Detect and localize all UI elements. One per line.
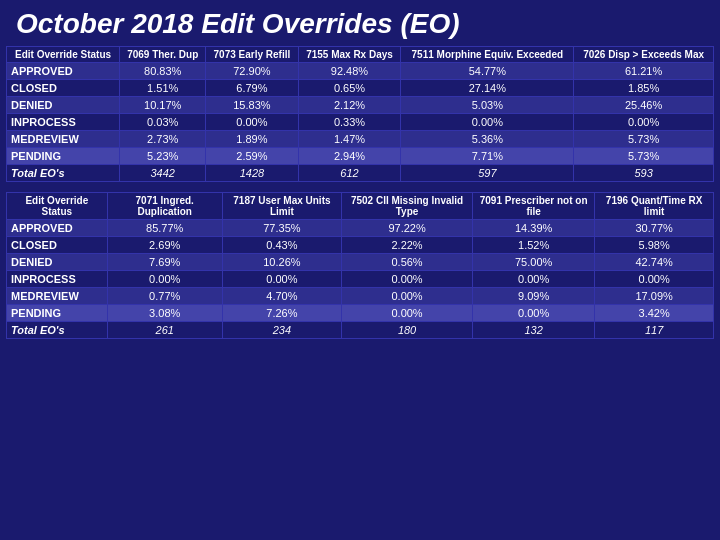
value-cell: 61.21% xyxy=(574,63,714,80)
value-cell: 593 xyxy=(574,165,714,182)
value-cell: 132 xyxy=(473,321,595,338)
status-cell: Total EO's xyxy=(7,165,120,182)
value-cell: 1.89% xyxy=(206,131,298,148)
value-cell: 1.51% xyxy=(120,80,206,97)
value-cell: 0.00% xyxy=(342,287,473,304)
status-cell: MEDREVIEW xyxy=(7,131,120,148)
value-cell: 80.83% xyxy=(120,63,206,80)
table-row: PENDING 5.23% 2.59% 2.94% 7.71% 5.73% xyxy=(7,148,714,165)
status-cell: MEDREVIEW xyxy=(7,287,108,304)
value-cell: 0.03% xyxy=(120,114,206,131)
value-cell: 75.00% xyxy=(473,253,595,270)
value-cell: 180 xyxy=(342,321,473,338)
table-row: CLOSED 1.51% 6.79% 0.65% 27.14% 1.85% xyxy=(7,80,714,97)
table-row: MEDREVIEW 0.77% 4.70% 0.00% 9.09% 17.09% xyxy=(7,287,714,304)
value-cell: 5.03% xyxy=(401,97,574,114)
col-header-status-1: Edit Override Status xyxy=(7,47,120,63)
table-row: APPROVED 80.83% 72.90% 92.48% 54.77% 61.… xyxy=(7,63,714,80)
value-cell: 1.85% xyxy=(574,80,714,97)
value-cell: 92.48% xyxy=(298,63,401,80)
value-cell: 0.33% xyxy=(298,114,401,131)
value-cell: 1.47% xyxy=(298,131,401,148)
value-cell: 10.17% xyxy=(120,97,206,114)
value-cell: 2.22% xyxy=(342,236,473,253)
status-cell: CLOSED xyxy=(7,80,120,97)
value-cell: 0.77% xyxy=(107,287,222,304)
status-cell: INPROCESS xyxy=(7,270,108,287)
value-cell: 1428 xyxy=(206,165,298,182)
value-cell: 1.52% xyxy=(473,236,595,253)
value-cell: 2.69% xyxy=(107,236,222,253)
value-cell: 117 xyxy=(595,321,714,338)
value-cell: 6.79% xyxy=(206,80,298,97)
value-cell: 0.00% xyxy=(342,304,473,321)
value-cell: 0.00% xyxy=(574,114,714,131)
value-cell: 27.14% xyxy=(401,80,574,97)
value-cell: 0.56% xyxy=(342,253,473,270)
table-row: PENDING 3.08% 7.26% 0.00% 0.00% 3.42% xyxy=(7,304,714,321)
value-cell: 97.22% xyxy=(342,219,473,236)
col-header-2-6: 7196 Quant/Time RX limit xyxy=(595,192,714,219)
value-cell: 85.77% xyxy=(107,219,222,236)
value-cell: 3.42% xyxy=(595,304,714,321)
table-row: MEDREVIEW 2.73% 1.89% 1.47% 5.36% 5.73% xyxy=(7,131,714,148)
status-cell: INPROCESS xyxy=(7,114,120,131)
table-row: APPROVED 85.77% 77.35% 97.22% 14.39% 30.… xyxy=(7,219,714,236)
table-row: DENIED 10.17% 15.83% 2.12% 5.03% 25.46% xyxy=(7,97,714,114)
col-header-1-4: 7155 Max Rx Days xyxy=(298,47,401,63)
value-cell: 9.09% xyxy=(473,287,595,304)
table-1: Edit Override Status 7069 Ther. Dup 7073… xyxy=(6,46,714,188)
status-cell: Total EO's xyxy=(7,321,108,338)
value-cell: 0.00% xyxy=(206,114,298,131)
status-cell: DENIED xyxy=(7,97,120,114)
page-title: October 2018 Edit Overrides (EO) xyxy=(0,0,720,46)
value-cell: 72.90% xyxy=(206,63,298,80)
value-cell: 42.74% xyxy=(595,253,714,270)
col-header-1-5: 7511 Morphine Equiv. Exceeded xyxy=(401,47,574,63)
value-cell: 261 xyxy=(107,321,222,338)
col-header-1-6: 7026 Disp > Exceeds Max xyxy=(574,47,714,63)
spacer-row xyxy=(7,182,714,188)
col-header-2-4: 7502 CII Missing Invalid Type xyxy=(342,192,473,219)
value-cell: 3.08% xyxy=(107,304,222,321)
col-header-2-3: 7187 User Max Units Limit xyxy=(222,192,341,219)
value-cell: 0.00% xyxy=(342,270,473,287)
value-cell: 0.00% xyxy=(473,304,595,321)
value-cell: 14.39% xyxy=(473,219,595,236)
value-cell: 2.94% xyxy=(298,148,401,165)
status-cell: APPROVED xyxy=(7,219,108,236)
value-cell: 612 xyxy=(298,165,401,182)
value-cell: 30.77% xyxy=(595,219,714,236)
value-cell: 10.26% xyxy=(222,253,341,270)
value-cell: 7.69% xyxy=(107,253,222,270)
value-cell: 15.83% xyxy=(206,97,298,114)
value-cell: 0.65% xyxy=(298,80,401,97)
status-cell: PENDING xyxy=(7,304,108,321)
table-2: Edit Override Status 7071 Ingred. Duplic… xyxy=(6,192,714,339)
value-cell: 4.70% xyxy=(222,287,341,304)
value-cell: 2.59% xyxy=(206,148,298,165)
value-cell: 2.12% xyxy=(298,97,401,114)
status-cell: DENIED xyxy=(7,253,108,270)
value-cell: 25.46% xyxy=(574,97,714,114)
table-row: INPROCESS 0.03% 0.00% 0.33% 0.00% 0.00% xyxy=(7,114,714,131)
value-cell: 0.00% xyxy=(473,270,595,287)
status-cell: PENDING xyxy=(7,148,120,165)
col-header-2-2: 7071 Ingred. Duplication xyxy=(107,192,222,219)
table-row-total: Total EO's 261 234 180 132 117 xyxy=(7,321,714,338)
value-cell: 597 xyxy=(401,165,574,182)
value-cell: 7.26% xyxy=(222,304,341,321)
value-cell: 5.23% xyxy=(120,148,206,165)
status-cell: CLOSED xyxy=(7,236,108,253)
value-cell: 77.35% xyxy=(222,219,341,236)
table-row: INPROCESS 0.00% 0.00% 0.00% 0.00% 0.00% xyxy=(7,270,714,287)
value-cell: 17.09% xyxy=(595,287,714,304)
col-header-1-3: 7073 Early Refill xyxy=(206,47,298,63)
table-row-total: Total EO's 3442 1428 612 597 593 xyxy=(7,165,714,182)
tables-container: Edit Override Status 7069 Ther. Dup 7073… xyxy=(0,46,720,343)
table-row: CLOSED 2.69% 0.43% 2.22% 1.52% 5.98% xyxy=(7,236,714,253)
value-cell: 5.73% xyxy=(574,131,714,148)
col-header-status-2: Edit Override Status xyxy=(7,192,108,219)
value-cell: 0.00% xyxy=(401,114,574,131)
value-cell: 5.98% xyxy=(595,236,714,253)
